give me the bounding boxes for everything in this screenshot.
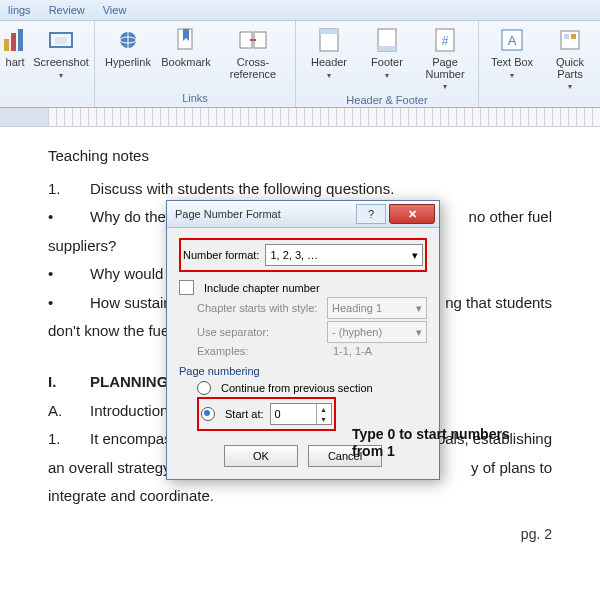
chevron-down-icon: ▾ <box>416 326 422 339</box>
bookmark-button[interactable]: Bookmark <box>159 23 213 83</box>
tab-review[interactable]: Review <box>49 4 85 16</box>
examples-label: Examples: <box>197 345 327 357</box>
chevron-down-icon: ▾ <box>385 71 389 80</box>
ribbon: hart Screenshot▾ Hyperlink Bookmark Cros… <box>0 21 600 108</box>
dialog-title: Page Number Format <box>175 208 281 220</box>
hyperlink-icon <box>113 25 143 55</box>
tutorial-annotation: Type 0 to start numbers from 1 <box>352 426 512 460</box>
spinner-up-icon[interactable]: ▲ <box>317 404 331 414</box>
chevron-down-icon: ▾ <box>327 71 331 80</box>
start-at-highlight: Start at: 0 ▲▼ <box>197 397 336 431</box>
crossreference-button[interactable]: Cross-reference <box>217 23 289 83</box>
start-at-spinner[interactable]: 0 ▲▼ <box>270 403 332 425</box>
svg-text:A: A <box>508 33 517 48</box>
bookmark-icon <box>171 25 201 55</box>
textbox-icon: A <box>497 25 527 55</box>
page-number: pg. 2 <box>0 518 600 550</box>
svg-rect-1 <box>11 33 16 51</box>
group-links-label: Links <box>101 90 289 107</box>
ok-button[interactable]: OK <box>224 445 298 467</box>
svg-rect-18 <box>561 31 579 49</box>
continue-label: Continue from previous section <box>221 382 373 394</box>
chevron-down-icon: ▾ <box>416 302 422 315</box>
separator-combo: - (hyphen)▾ <box>327 321 427 343</box>
chapter-style-combo: Heading 1▾ <box>327 297 427 319</box>
crossreference-icon <box>238 25 268 55</box>
chart-icon <box>0 25 30 55</box>
quickparts-icon <box>555 25 585 55</box>
chevron-down-icon: ▾ <box>510 71 514 80</box>
help-button[interactable]: ? <box>356 204 386 224</box>
screenshot-icon <box>46 25 76 55</box>
footer-button[interactable]: Footer▾ <box>360 23 414 83</box>
hyperlink-button[interactable]: Hyperlink <box>101 23 155 83</box>
group-headerfooter-label: Header & Footer <box>302 92 472 109</box>
include-chapter-label: Include chapter number <box>204 282 320 294</box>
pagenumber-button[interactable]: # Page Number▾ <box>418 23 472 92</box>
chevron-down-icon: ▾ <box>443 82 447 91</box>
start-at-radio[interactable] <box>201 407 215 421</box>
page-numbering-group: Page numbering <box>179 365 427 377</box>
number-format-highlight: Number format: 1, 2, 3, … ▾ <box>179 238 427 272</box>
svg-rect-2 <box>18 29 23 51</box>
doc-heading: Teaching notes <box>48 145 552 168</box>
quickparts-button[interactable]: Quick Parts▾ <box>543 23 597 92</box>
include-chapter-checkbox[interactable] <box>179 280 194 295</box>
svg-rect-0 <box>4 39 9 51</box>
continue-radio[interactable] <box>197 381 211 395</box>
number-format-combo[interactable]: 1, 2, 3, … ▾ <box>265 244 423 266</box>
ruler[interactable] <box>0 108 600 127</box>
chevron-down-icon: ▾ <box>412 249 418 262</box>
chevron-down-icon: ▾ <box>59 71 63 80</box>
chapter-style-label: Chapter starts with style: <box>197 302 321 314</box>
chevron-down-icon: ▾ <box>568 82 572 91</box>
ribbon-tabs: lings Review View <box>0 0 600 21</box>
dialog-titlebar[interactable]: Page Number Format ? ✕ <box>167 201 439 228</box>
tab-mailings[interactable]: lings <box>8 4 31 16</box>
svg-rect-11 <box>320 29 338 34</box>
chart-button[interactable]: hart <box>0 23 30 83</box>
header-icon <box>314 25 344 55</box>
svg-rect-13 <box>378 46 396 51</box>
spinner-down-icon[interactable]: ▼ <box>317 414 331 424</box>
examples-value: 1-1, 1-A <box>333 345 372 357</box>
screenshot-button[interactable]: Screenshot▾ <box>34 23 88 83</box>
close-button[interactable]: ✕ <box>389 204 435 224</box>
pagenumber-icon: # <box>430 25 460 55</box>
tab-view[interactable]: View <box>103 4 127 16</box>
svg-text:#: # <box>442 34 449 48</box>
header-button[interactable]: Header▾ <box>302 23 356 83</box>
separator-label: Use separator: <box>197 326 321 338</box>
svg-rect-4 <box>55 37 67 44</box>
svg-rect-19 <box>564 34 569 39</box>
svg-rect-20 <box>571 34 576 39</box>
textbox-button[interactable]: A Text Box▾ <box>485 23 539 83</box>
number-format-label: Number format: <box>183 249 259 261</box>
footer-icon <box>372 25 402 55</box>
start-at-label: Start at: <box>225 408 264 420</box>
